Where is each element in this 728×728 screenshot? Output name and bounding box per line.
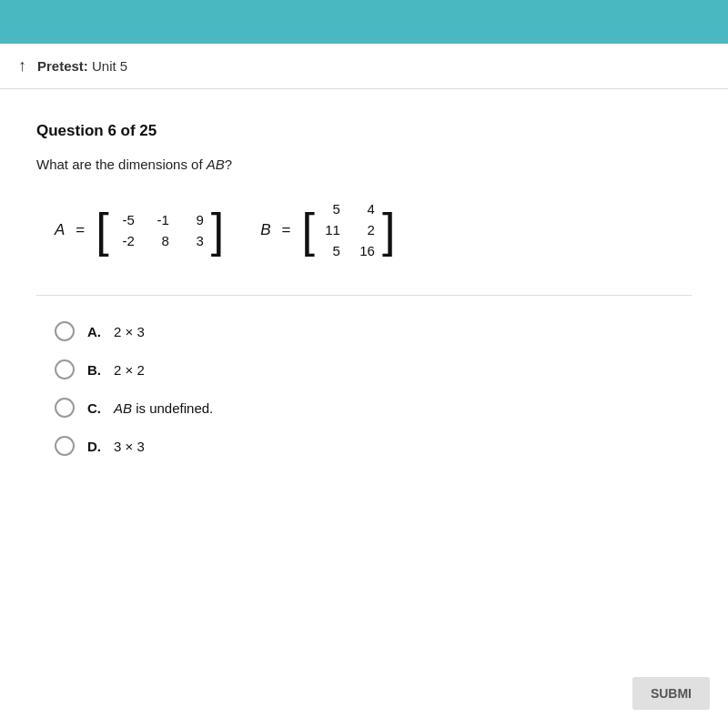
question-text: What are the dimensions of AB?	[36, 157, 692, 172]
matrix-a-cell-1-0: -2	[116, 233, 135, 248]
question-number: Question 6 of 25	[36, 122, 692, 140]
top-accent-bar	[0, 0, 728, 44]
bracket-right-a: ]	[211, 207, 224, 254]
matrix-b-row-1: 11 2	[322, 222, 375, 238]
matrix-b-row-0: 5 4	[322, 201, 375, 217]
matrix-b-cell-0-1: 4	[357, 201, 375, 217]
options-list: A. 2 × 3 B. 2 × 2 C. AB is undefined. D.…	[36, 321, 692, 456]
divider	[36, 295, 692, 296]
nav-label: Pretest: Unit 5	[37, 58, 127, 74]
option-a[interactable]: A. 2 × 3	[55, 321, 692, 341]
bracket-left-b: [	[301, 207, 314, 254]
option-c-text: AB is undefined.	[114, 400, 213, 416]
matrix-a-cell-1-1: 8	[151, 233, 169, 248]
option-d-label: D.	[87, 439, 101, 454]
matrix-a-label: A	[55, 221, 65, 239]
matrix-a-cell-0-2: 9	[186, 212, 204, 228]
radio-b[interactable]	[55, 359, 75, 379]
question-variable: AB	[207, 157, 225, 172]
matrix-b-cell-0-0: 5	[322, 201, 340, 217]
matrix-a-cell-1-2: 3	[186, 233, 204, 248]
option-c[interactable]: C. AB is undefined.	[55, 398, 692, 418]
matrix-b-cell-2-1: 16	[357, 243, 375, 258]
back-icon[interactable]: ↑	[18, 56, 26, 76]
matrix-a-rows: -5 -1 9 -2 8 3	[109, 208, 211, 252]
matrix-a-bracket: [ -5 -1 9 -2 8 3 ]	[96, 207, 224, 254]
matrix-b-row-2: 5 16	[322, 243, 375, 258]
option-d[interactable]: D. 3 × 3	[55, 436, 692, 456]
matrix-b-expr: B = [ 5 4 11 2 5 16	[260, 197, 395, 262]
matrix-b-cell-1-1: 2	[357, 222, 375, 238]
option-b[interactable]: B. 2 × 2	[55, 359, 692, 379]
matrix-b-cell-1-0: 11	[322, 222, 340, 238]
matrix-b-cell-2-0: 5	[322, 243, 340, 258]
matrix-a-row-0: -5 -1 9	[116, 212, 204, 228]
nav-bar: ↑ Pretest: Unit 5	[0, 44, 728, 89]
nav-prefix: Pretest:	[37, 58, 88, 74]
matrix-b-rows: 5 4 11 2 5 16	[315, 197, 382, 262]
bracket-left-a: [	[96, 207, 108, 254]
equals-b: =	[282, 221, 291, 239]
nav-unit: Unit 5	[92, 58, 127, 74]
matrix-a-cell-0-1: -1	[151, 212, 169, 228]
submit-button[interactable]: SUBMI	[632, 677, 710, 710]
option-b-text: 2 × 2	[114, 362, 145, 378]
matrix-b-bracket: [ 5 4 11 2 5 16 ]	[301, 197, 395, 262]
radio-c[interactable]	[55, 398, 75, 418]
matrix-a-row-1: -2 8 3	[116, 233, 204, 248]
option-c-label: C.	[87, 400, 101, 416]
matrix-b-label: B	[260, 221, 270, 239]
bracket-right-b: ]	[382, 207, 395, 254]
option-a-label: A.	[87, 324, 101, 339]
option-b-label: B.	[87, 362, 101, 378]
option-d-text: 3 × 3	[114, 439, 145, 454]
matrix-a-expr: A = [ -5 -1 9 -2 8 3 ]	[55, 207, 224, 254]
matrix-area: A = [ -5 -1 9 -2 8 3 ]	[36, 197, 692, 262]
radio-d[interactable]	[55, 436, 75, 456]
matrix-a-cell-0-0: -5	[116, 212, 135, 228]
main-content: Question 6 of 25 What are the dimensions…	[0, 89, 728, 728]
radio-a[interactable]	[55, 321, 75, 341]
option-a-text: 2 × 3	[114, 324, 145, 339]
equals-a: =	[76, 221, 85, 239]
